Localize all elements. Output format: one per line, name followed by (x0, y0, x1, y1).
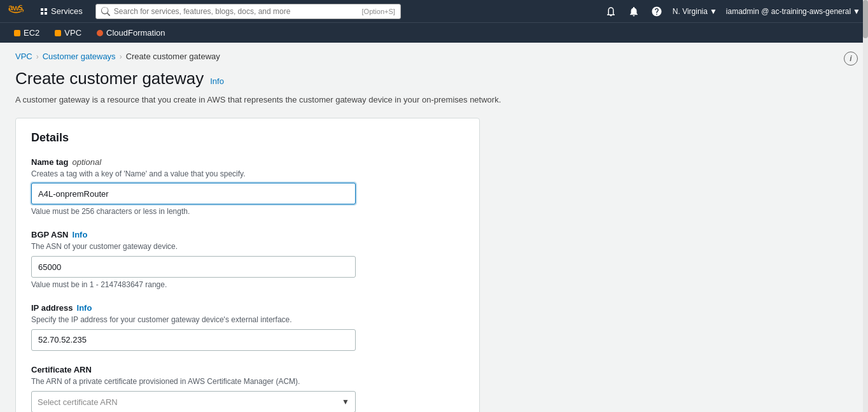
search-input[interactable] (114, 7, 358, 16)
services-menu-button[interactable]: Services (33, 6, 90, 16)
breadcrumb-vpc-link[interactable]: VPC (15, 52, 32, 61)
scrollbar-thumb[interactable] (863, 0, 868, 38)
ip-address-desc: Specify the IP address for your customer… (31, 315, 464, 325)
cf-dot-icon (97, 30, 103, 36)
search-icon (101, 7, 110, 16)
certificate-arn-select-wrapper: ▼ Select certificate ARN (31, 391, 356, 412)
breadcrumb: VPC › Customer gateways › Create custome… (0, 43, 868, 64)
breadcrumb-customer-gateways-link[interactable]: Customer gateways (43, 52, 116, 61)
details-card: Details Name tag optional Creates a tag … (15, 118, 480, 413)
name-tag-hint: Value must be 256 characters or less in … (31, 207, 464, 216)
cf-tab-label: CloudFormation (106, 28, 165, 38)
certificate-arn-select[interactable] (31, 391, 356, 412)
certificate-arn-label: Certificate ARN (31, 365, 464, 374)
breadcrumb-current: Create customer gateway (126, 52, 220, 61)
ip-address-info-link[interactable]: Info (77, 303, 92, 313)
card-title: Details (31, 131, 464, 145)
name-tag-optional: optional (73, 157, 102, 167)
service-tabs-bar: EC2 VPC CloudFormation (0, 22, 868, 43)
search-bar[interactable]: [Option+S] (95, 4, 401, 19)
name-tag-field: Name tag optional Creates a tag with a k… (31, 157, 464, 217)
region-selector[interactable]: N. Virginia ▼ (673, 7, 717, 16)
page-info-link[interactable]: Info (210, 76, 224, 86)
bgp-asn-hint: Value must be in 1 - 2147483647 range. (31, 280, 464, 289)
tab-cloudformation[interactable]: CloudFormation (90, 25, 172, 40)
main-content: Create customer gateway Info A customer … (0, 64, 840, 412)
scrollbar-track[interactable] (863, 0, 868, 412)
name-tag-input[interactable] (31, 183, 356, 204)
bgp-asn-field: BGP ASN Info The ASN of your customer ga… (31, 230, 464, 289)
certificate-arn-field: Certificate ARN The ARN of a private cer… (31, 365, 464, 412)
ip-address-field: IP address Info Specify the IP address f… (31, 303, 464, 351)
ec2-tab-label: EC2 (24, 28, 39, 38)
bgp-asn-input[interactable] (31, 256, 356, 278)
breadcrumb-sep-1: › (36, 52, 39, 61)
page-info-circle-icon[interactable]: i (844, 52, 858, 66)
page-title-row: Create customer gateway Info (15, 69, 825, 89)
ec2-dot-icon (14, 30, 20, 36)
tab-vpc[interactable]: VPC (48, 25, 88, 40)
search-shortcut: [Option+S] (362, 8, 395, 15)
region-chevron-icon: ▼ (710, 7, 717, 16)
vpc-tab-label: VPC (64, 28, 81, 38)
vpc-dot-icon (55, 30, 61, 36)
name-tag-label: Name tag optional (31, 157, 464, 167)
page-title: Create customer gateway (15, 69, 204, 89)
page-description: A customer gateway is a resource that yo… (15, 94, 825, 106)
bgp-asn-label: BGP ASN Info (31, 230, 464, 239)
user-chevron-icon: ▼ (853, 7, 860, 16)
top-navigation: Services [Option+S] N. Virginia ▼ iamadm… (0, 0, 868, 22)
bgp-asn-info-link[interactable]: Info (73, 230, 88, 239)
notifications-icon[interactable] (604, 4, 618, 18)
certificate-arn-desc: The ARN of a private certificate provisi… (31, 376, 464, 387)
name-tag-desc: Creates a tag with a key of 'Name' and a… (31, 169, 464, 180)
breadcrumb-sep-2: › (120, 52, 122, 61)
aws-logo[interactable] (8, 4, 28, 18)
tab-ec2[interactable]: EC2 (8, 25, 46, 40)
bgp-asn-desc: The ASN of your customer gateway device. (31, 241, 464, 252)
ip-address-label: IP address Info (31, 303, 464, 313)
help-icon[interactable] (650, 4, 664, 18)
ip-address-input[interactable] (31, 329, 356, 351)
nav-right: N. Virginia ▼ iamadmin @ ac-training-aws… (604, 4, 860, 18)
bell-icon[interactable] (627, 4, 641, 18)
user-menu[interactable]: iamadmin @ ac-training-aws-general ▼ (726, 7, 860, 16)
